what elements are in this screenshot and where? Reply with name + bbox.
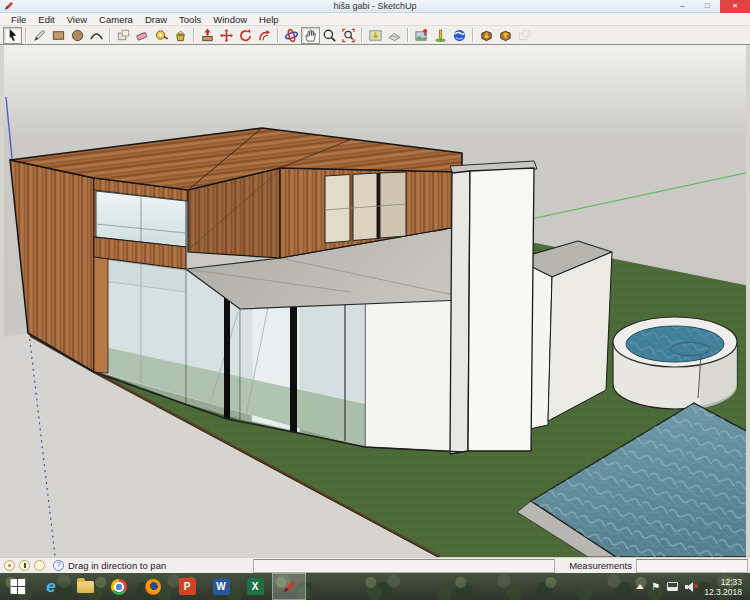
select-tool-icon[interactable] [3,27,22,44]
toolbar-separator [109,28,111,42]
close-button[interactable]: × [720,0,750,13]
orbit-tool-icon[interactable] [282,27,301,44]
measurements-input[interactable] [636,559,748,573]
toggle-terrain-tool-icon[interactable] [385,27,404,44]
google-earth-tool-icon[interactable] [450,27,469,44]
position-camera-tool-icon[interactable] [431,27,450,44]
arc-tool-icon[interactable] [87,27,106,44]
sketchup-app-icon [3,1,14,12]
menu-window[interactable]: Window [207,14,253,25]
toolbar-separator [407,28,409,42]
taskbar-file-explorer[interactable] [68,573,102,600]
powerpoint-icon: P [179,578,196,595]
taskbar-powerpoint[interactable]: P [170,573,204,600]
move-tool-icon[interactable] [217,27,236,44]
make-component-tool-icon[interactable] [114,27,133,44]
viewport-3d[interactable] [4,45,746,557]
offset-tool-icon[interactable] [255,27,274,44]
hot-tub[interactable] [613,317,737,409]
chimney [450,161,537,454]
upper-story-left [94,178,188,269]
toolbar-separator [472,28,474,42]
title-bar: hiša gabi - SketchUp – □ × [0,0,750,13]
menu-bar: File Edit View Camera Draw Tools Window … [0,13,750,26]
photo-textures-tool-icon[interactable] [412,27,431,44]
taskbar-firefox[interactable] [136,573,170,600]
menu-view[interactable]: View [61,14,93,25]
minimize-button[interactable]: – [670,0,695,13]
chrome-icon [111,579,127,595]
excel-icon: X [247,578,264,595]
taskbar-word[interactable]: W [204,573,238,600]
pan-tool-icon[interactable] [301,27,320,44]
windows-logo-icon [10,579,25,595]
add-location-tool-icon[interactable] [366,27,385,44]
tray-time: 12:33 [704,577,742,587]
line-tool-icon[interactable] [30,27,49,44]
network-icon[interactable] [667,582,678,591]
paint-bucket-tool-icon[interactable] [171,27,190,44]
file-explorer-icon [77,581,94,593]
status-field [253,559,555,573]
status-message: Drag in direction to pan [68,560,166,571]
start-button[interactable] [0,573,34,600]
toolbar-separator [193,28,195,42]
white-wall [365,298,462,452]
measurements-label: Measurements [569,560,632,571]
system-tray: ⚑ × 12:33 12.3.2018 [636,577,750,597]
geolocation-status-icon[interactable] [4,560,15,571]
circle-tool-icon[interactable] [68,27,87,44]
eraser-tool-icon[interactable] [133,27,152,44]
taskbar-sketchup[interactable] [272,573,306,600]
firefox-icon [145,579,161,595]
taskbar: e P W X ⚑ × [0,573,750,600]
menu-edit[interactable]: Edit [32,14,60,25]
menu-camera[interactable]: Camera [93,14,139,25]
maximize-button[interactable]: □ [695,0,720,13]
tray-date: 12.3.2018 [704,587,742,597]
menu-tools[interactable]: Tools [173,14,207,25]
taskbar-chrome[interactable] [102,573,136,600]
viewport-frame [0,45,750,557]
internet-explorer-icon: e [46,578,55,595]
word-icon: W [213,578,230,595]
tape-measure-tool-icon[interactable] [152,27,171,44]
sketchup-icon [281,579,297,595]
toolbar-separator [25,28,27,42]
volume-muted-icon[interactable]: × [685,582,697,592]
push-pull-tool-icon[interactable] [198,27,217,44]
zoom-tool-icon[interactable] [320,27,339,44]
claim-credit-status-icon[interactable] [34,560,45,571]
action-center-icon[interactable]: ⚑ [651,582,660,592]
rotate-tool-icon[interactable] [236,27,255,44]
menu-file[interactable]: File [5,14,32,25]
toolbar-separator [361,28,363,42]
window-title: hiša gabi - SketchUp [0,1,750,11]
taskbar-internet-explorer[interactable]: e [34,573,68,600]
toolbar-separator [277,28,279,42]
tray-expand-icon[interactable] [636,584,644,589]
menu-draw[interactable]: Draw [139,14,173,25]
get-models-tool-icon[interactable] [477,27,496,44]
tray-clock[interactable]: 12:33 12.3.2018 [704,577,742,597]
share-model-tool-icon[interactable] [496,27,515,44]
help-icon[interactable]: ? [53,560,64,571]
zoom-extents-tool-icon[interactable] [339,27,358,44]
toolbar [0,26,750,45]
sketchup-window: hiša gabi - SketchUp – □ × File Edit Vie… [0,0,750,600]
taskbar-excel[interactable]: X [238,573,272,600]
credits-status-icon[interactable] [19,560,30,571]
rectangle-tool-icon[interactable] [49,27,68,44]
menu-help[interactable]: Help [253,14,285,25]
status-bar: ? Drag in direction to pan Measurements [0,557,750,573]
components-tool-icon[interactable] [515,27,534,44]
